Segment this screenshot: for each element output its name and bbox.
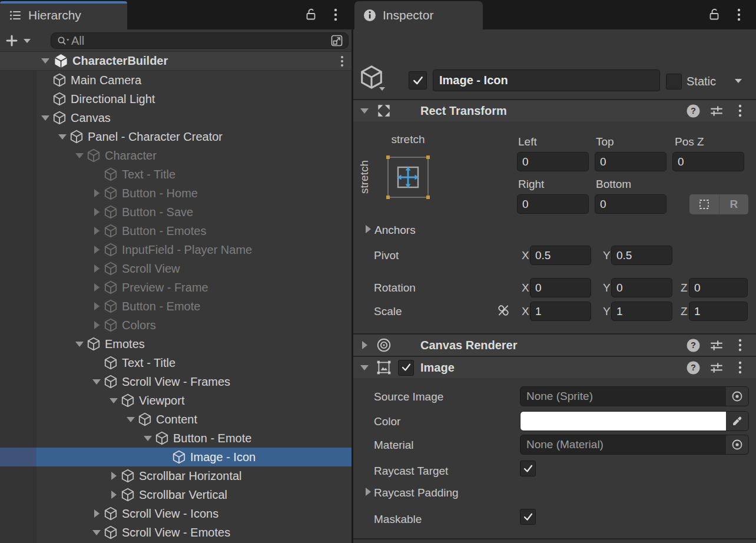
object-picker-icon[interactable] <box>726 435 748 454</box>
anchor-preset-widget[interactable] <box>386 154 430 200</box>
raycast-padding-foldout-icon[interactable] <box>362 488 374 496</box>
tree-row[interactable]: Directional Light <box>0 90 352 108</box>
right-input[interactable] <box>517 194 589 214</box>
canvas-renderer-header[interactable]: Canvas Renderer ? <box>353 335 756 356</box>
help-icon[interactable]: ? <box>685 359 701 376</box>
tab-inspector[interactable]: Inspector <box>354 1 483 29</box>
foldout-icon[interactable] <box>90 316 103 335</box>
active-checkbox[interactable] <box>409 71 427 90</box>
rect-transform-header[interactable]: Rect Transform ? <box>353 100 756 121</box>
left-input[interactable] <box>517 152 589 171</box>
kebab-menu-icon[interactable] <box>731 6 747 23</box>
presets-icon[interactable] <box>709 102 724 119</box>
tree-row[interactable]: Colors <box>0 316 352 335</box>
eyedropper-icon[interactable] <box>726 412 748 431</box>
popout-window-icon[interactable] <box>328 33 346 48</box>
foldout-icon[interactable] <box>39 108 52 127</box>
tree-row[interactable]: Image - Icon <box>0 448 352 466</box>
static-checkbox[interactable] <box>666 74 682 90</box>
tree-row[interactable]: Button - Emote <box>0 297 352 316</box>
rotation-y-input[interactable] <box>611 278 672 297</box>
tree-row[interactable]: Main Camera <box>0 71 352 90</box>
maskable-checkbox[interactable] <box>520 509 536 525</box>
raycast-target-checkbox[interactable] <box>520 461 536 476</box>
source-image-field[interactable]: None (Sprite) <box>520 386 749 406</box>
hierarchy-search[interactable] <box>51 32 349 49</box>
search-input[interactable] <box>71 34 328 48</box>
posz-input[interactable] <box>672 152 744 171</box>
canvas-renderer-foldout-icon[interactable] <box>358 341 371 349</box>
bottom-input[interactable] <box>595 194 667 214</box>
kebab-menu-icon[interactable] <box>732 102 748 119</box>
foldout-icon[interactable] <box>56 127 69 146</box>
pivot-x-input[interactable] <box>530 246 591 265</box>
image-foldout-icon[interactable] <box>358 365 371 370</box>
kebab-menu-icon[interactable] <box>732 337 748 353</box>
tree-row[interactable]: Emotes <box>0 335 352 353</box>
rect-transform-foldout-icon[interactable] <box>358 108 371 114</box>
presets-icon[interactable] <box>709 337 724 353</box>
tree-row[interactable]: Viewport <box>0 391 352 410</box>
scale-x-input[interactable] <box>530 302 591 321</box>
pivot-y-input[interactable] <box>611 246 672 265</box>
kebab-menu-icon[interactable] <box>732 359 748 376</box>
tree-row[interactable]: Scrollbar Vertical <box>0 485 352 504</box>
foldout-icon[interactable] <box>90 221 103 240</box>
color-field[interactable] <box>520 411 749 431</box>
tree-row[interactable]: Text - Title <box>0 165 352 184</box>
foldout-icon[interactable] <box>90 297 103 316</box>
tree-row[interactable]: Scroll View - Emotes <box>0 523 352 542</box>
foldout-icon[interactable] <box>124 410 137 429</box>
tree-row[interactable]: InputField - Player Name <box>0 240 352 259</box>
scene-row[interactable]: CharacterBuilder <box>0 52 352 71</box>
tree-row[interactable]: Button - Home <box>0 184 352 203</box>
tab-hierarchy[interactable]: Hierarchy <box>0 1 127 29</box>
kebab-menu-icon[interactable] <box>328 6 343 23</box>
image-enabled-checkbox[interactable] <box>398 360 414 376</box>
presets-icon[interactable] <box>709 359 724 376</box>
scale-y-input[interactable] <box>611 302 672 321</box>
tree-row[interactable]: Scroll View - Frames <box>0 372 352 391</box>
foldout-icon[interactable] <box>90 504 103 523</box>
tree-row[interactable]: Button - Emotes <box>0 221 352 240</box>
gameobject-name-input[interactable] <box>433 69 660 91</box>
tree-row[interactable]: Scrollbar Horizontal <box>0 466 352 485</box>
tree-row[interactable]: Scroll View - Icons <box>0 504 352 523</box>
top-input[interactable] <box>595 152 667 171</box>
foldout-icon[interactable] <box>90 523 103 542</box>
color-swatch[interactable] <box>520 412 726 431</box>
foldout-icon[interactable] <box>90 184 103 203</box>
tree-row[interactable]: Button - Save <box>0 203 352 221</box>
foldout-icon[interactable] <box>73 146 86 165</box>
rotation-z-input[interactable] <box>689 278 748 297</box>
scene-foldout-icon[interactable] <box>39 52 52 71</box>
tree-row[interactable]: Canvas <box>0 108 352 127</box>
foldout-icon[interactable] <box>107 485 120 504</box>
create-button[interactable] <box>5 32 35 49</box>
lock-icon[interactable] <box>707 6 722 23</box>
foldout-icon[interactable] <box>90 203 103 221</box>
scale-z-input[interactable] <box>689 302 748 321</box>
foldout-icon[interactable] <box>90 259 103 278</box>
help-icon[interactable]: ? <box>685 337 701 353</box>
foldout-icon[interactable] <box>73 335 86 353</box>
search-icon[interactable] <box>56 34 71 47</box>
tree-row[interactable]: Button - Emote <box>0 429 352 448</box>
foldout-icon[interactable] <box>90 372 103 391</box>
static-caret-icon[interactable] <box>735 79 742 83</box>
tree-row[interactable]: Character <box>0 146 352 165</box>
foldout-icon[interactable] <box>107 466 120 485</box>
foldout-icon[interactable] <box>141 429 154 448</box>
rotation-x-input[interactable] <box>530 278 591 297</box>
help-icon[interactable]: ? <box>685 102 701 119</box>
raw-edit-mode-button[interactable]: R <box>719 194 749 214</box>
anchors-foldout-icon[interactable] <box>362 225 374 233</box>
image-component-header[interactable]: Image ? <box>353 357 756 378</box>
foldout-icon[interactable] <box>107 391 120 410</box>
broken-link-icon[interactable] <box>496 303 511 318</box>
object-picker-icon[interactable] <box>726 387 748 406</box>
tree-row[interactable]: Scroll View <box>0 259 352 278</box>
material-field[interactable]: None (Material) <box>520 435 749 455</box>
scene-kebab-icon[interactable] <box>340 54 344 69</box>
lock-icon[interactable] <box>303 6 319 23</box>
